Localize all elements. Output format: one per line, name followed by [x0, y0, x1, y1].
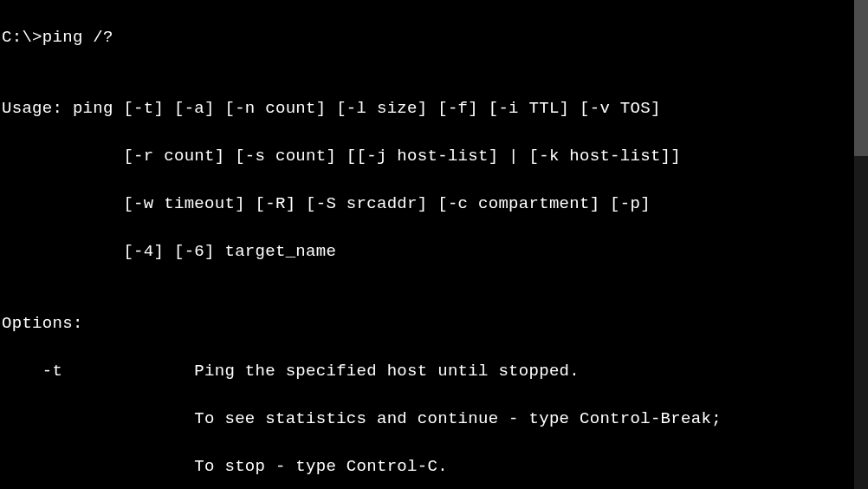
scrollbar-thumb[interactable]	[854, 0, 868, 156]
option-t-line-1: -t Ping the specified host until stopped…	[2, 360, 856, 384]
usage-line-1: Usage: ping [-t] [-a] [-n count] [-l siz…	[2, 97, 856, 121]
options-header: Options:	[2, 312, 856, 336]
option-t-line-3: To stop - type Control-C.	[2, 455, 856, 479]
vertical-scrollbar[interactable]	[854, 0, 868, 489]
usage-line-3: [-w timeout] [-R] [-S srcaddr] [-c compa…	[2, 192, 856, 217]
option-t-line-2: To see statistics and continue - type Co…	[2, 408, 856, 432]
command-prompt-line: C:\>ping /?	[2, 26, 856, 50]
usage-line-2: [-r count] [-s count] [[-j host-list] | …	[2, 145, 856, 169]
terminal-output: C:\>ping /? Usage: ping [-t] [-a] [-n co…	[2, 2, 856, 489]
usage-line-4: [-4] [-6] target_name	[2, 240, 856, 264]
